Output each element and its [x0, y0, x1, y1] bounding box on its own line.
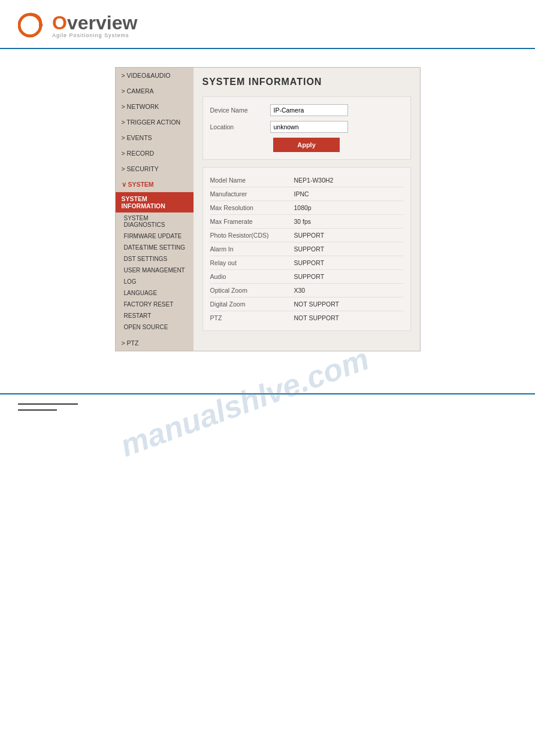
- info-label-manufacturer: Manufacturer: [210, 190, 294, 198]
- info-row-max-resolution: Max Resolution 1080p: [210, 201, 403, 215]
- form-section: Device Name Location Apply: [202, 96, 411, 160]
- info-row-ptz: PTZ NOT SUPPORT: [210, 311, 403, 324]
- info-label-max-framerate: Max Framerate: [210, 218, 294, 225]
- sidebar-item-security[interactable]: > SECURITY: [116, 161, 194, 177]
- sidebar-subitem-open-source[interactable]: OPEN SOURCE: [116, 321, 194, 333]
- footer-line-2: [18, 409, 57, 411]
- info-label-audio: Audio: [210, 273, 294, 280]
- device-name-row: Device Name: [210, 104, 403, 116]
- logo-tagline: Agile Positioning Systems: [52, 32, 137, 38]
- info-row-optical-zoom: Optical Zoom X30: [210, 284, 403, 297]
- info-table: Model Name NEP1-W30H2 Manufacturer IPNC …: [202, 167, 411, 331]
- sidebar: > VIDEO&AUDIO > CAMERA > NETWORK > TRIGG…: [116, 68, 194, 351]
- info-label-digital-zoom: Digital Zoom: [210, 300, 294, 308]
- info-value-max-framerate: 30 fps: [294, 218, 312, 225]
- sidebar-subitem-language[interactable]: LANGUAGE: [116, 287, 194, 299]
- info-row-relay-out: Relay out SUPPORT: [210, 256, 403, 270]
- sidebar-item-record[interactable]: > RECORD: [116, 145, 194, 161]
- sidebar-subitem-system-diagnostics[interactable]: SYSTEM DIAGNOSTICS: [116, 212, 194, 230]
- apply-button[interactable]: Apply: [273, 138, 340, 152]
- sidebar-subitem-datetime-setting[interactable]: DATE&TIME SETTING: [116, 242, 194, 253]
- info-value-audio: SUPPORT: [294, 273, 325, 280]
- page-title: SYSTEM INFORMATION: [202, 77, 411, 87]
- info-value-max-resolution: 1080p: [294, 204, 312, 211]
- info-value-digital-zoom: NOT SUPPORT: [294, 300, 339, 308]
- info-row-audio: Audio SUPPORT: [210, 270, 403, 284]
- sidebar-subitem-firmware-update[interactable]: FIRMWARE UPDATE: [116, 230, 194, 242]
- info-label-optical-zoom: Optical Zoom: [210, 287, 294, 294]
- sidebar-subitem-dst-settings[interactable]: DST SETTINGS: [116, 253, 194, 265]
- info-label-alarm-in: Alarm In: [210, 245, 294, 253]
- info-row-digital-zoom: Digital Zoom NOT SUPPORT: [210, 297, 403, 311]
- info-label-relay-out: Relay out: [210, 259, 294, 266]
- info-value-relay-out: SUPPORT: [294, 259, 325, 266]
- sidebar-subitem-log[interactable]: LOG: [116, 276, 194, 287]
- info-row-photo-resistor: Photo Resistor(CDS) SUPPORT: [210, 229, 403, 242]
- location-label: Location: [210, 123, 270, 130]
- info-value-photo-resistor: SUPPORT: [294, 232, 325, 239]
- info-value-optical-zoom: X30: [294, 287, 306, 294]
- info-row-alarm-in: Alarm In SUPPORT: [210, 242, 403, 256]
- header: Overview Agile Positioning Systems: [0, 0, 535, 49]
- footer-line-1: [18, 403, 78, 405]
- sidebar-item-events[interactable]: > EVENTS: [116, 130, 194, 145]
- footer: [0, 393, 535, 420]
- sidebar-item-network[interactable]: > NETWORK: [116, 99, 194, 114]
- sidebar-subitem-factory-reset[interactable]: FACTORY RESET: [116, 299, 194, 310]
- info-value-ptz: NOT SUPPORT: [294, 314, 339, 321]
- sidebar-item-trigger-action[interactable]: > TRIGGER ACTION: [116, 114, 194, 130]
- info-value-manufacturer: IPNC: [294, 190, 309, 198]
- info-row-model: Model Name NEP1-W30H2: [210, 174, 403, 187]
- location-input[interactable]: [270, 121, 348, 133]
- sidebar-item-camera[interactable]: > CAMERA: [116, 83, 194, 99]
- sidebar-subitem-restart[interactable]: RESTART: [116, 310, 194, 321]
- info-value-alarm-in: SUPPORT: [294, 245, 325, 253]
- ui-panel: > VIDEO&AUDIO > CAMERA > NETWORK > TRIGG…: [115, 67, 421, 351]
- sidebar-item-ptz[interactable]: > PTZ: [116, 335, 194, 351]
- device-name-label: Device Name: [210, 107, 270, 114]
- logo-brand: Overview: [52, 13, 137, 32]
- info-label-max-resolution: Max Resolution: [210, 204, 294, 211]
- info-row-max-framerate: Max Framerate 30 fps: [210, 215, 403, 229]
- logo: Overview Agile Positioning Systems: [18, 9, 517, 42]
- info-label-ptz: PTZ: [210, 314, 294, 321]
- sidebar-item-system[interactable]: ∨ SYSTEM: [116, 177, 194, 192]
- panel-main: SYSTEM INFORMATION Device Name Location …: [194, 68, 420, 351]
- sidebar-item-video-audio[interactable]: > VIDEO&AUDIO: [116, 68, 194, 83]
- location-row: Location: [210, 121, 403, 133]
- info-row-manufacturer: Manufacturer IPNC: [210, 187, 403, 201]
- logo-icon: [18, 9, 51, 42]
- sidebar-subitem-user-management[interactable]: USER MANAGEMENT: [116, 265, 194, 276]
- info-label-photo-resistor: Photo Resistor(CDS): [210, 232, 294, 239]
- sidebar-subitem-system-information[interactable]: SYSTEM INFORMATION: [116, 192, 194, 212]
- info-label-model: Model Name: [210, 177, 294, 184]
- device-name-input[interactable]: [270, 104, 348, 116]
- info-value-model: NEP1-W30H2: [294, 177, 334, 184]
